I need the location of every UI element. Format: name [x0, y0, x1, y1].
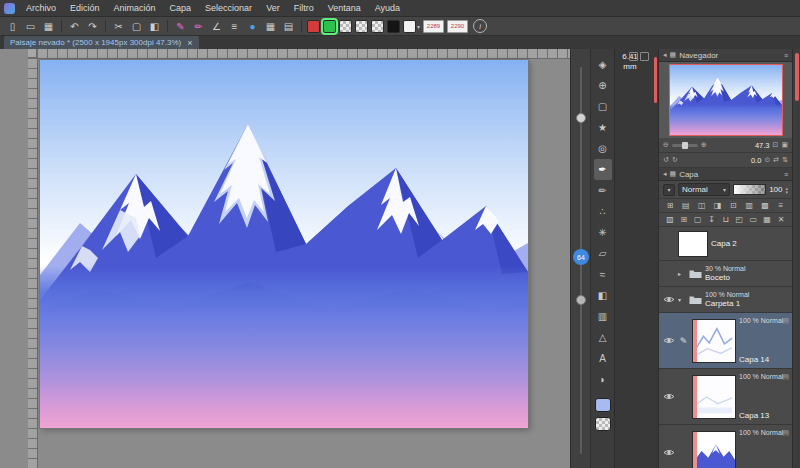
vertical-ruler[interactable]	[28, 58, 38, 468]
pen-tool-icon[interactable]: ✒	[594, 159, 612, 180]
layer-panel-header[interactable]: ◂ ▦ Capa ≡	[659, 168, 792, 181]
list-menu-icon[interactable]: ≡	[775, 201, 787, 210]
eraser-tool-icon[interactable]: ▱	[594, 243, 612, 264]
operation-tool-icon[interactable]: ◈	[594, 54, 612, 75]
set-ruler-icon[interactable]: ▥	[743, 201, 755, 210]
visibility-eye-icon[interactable]	[662, 295, 675, 304]
layer-row-capa-2[interactable]: Capa 2	[659, 227, 792, 261]
undo-icon[interactable]: ↶	[67, 19, 82, 34]
pattern-swatch-2[interactable]	[371, 20, 384, 33]
pen-settings-icon[interactable]: ✎	[173, 19, 188, 34]
text-tool-icon[interactable]: A	[594, 348, 612, 369]
document-tab[interactable]: Paisaje nevado * (2500 x 1945px 300dpi 4…	[4, 36, 199, 49]
zoom-slider[interactable]	[672, 144, 698, 147]
clip-to-below-icon[interactable]: ⊞	[664, 201, 676, 210]
layer-name[interactable]: Carpeta 1	[705, 299, 789, 308]
snap-special-ruler-icon[interactable]: ≡	[227, 19, 242, 34]
brush-opacity-slider-knob[interactable]	[576, 295, 586, 305]
blend-mode-dropdown[interactable]: Normal ▾	[678, 183, 730, 196]
transfer-down-icon[interactable]: ↧	[706, 215, 718, 224]
layer-row-partial[interactable]: 100 % Normal ▤	[659, 425, 792, 468]
layer-thumbnail-empty[interactable]	[678, 231, 708, 257]
panel-dock-icon-a[interactable]	[629, 52, 638, 61]
grid-view-icon[interactable]: ▦	[263, 19, 278, 34]
palette-color-button[interactable]: ▾	[663, 184, 675, 196]
visibility-eye-icon[interactable]	[662, 448, 675, 457]
open-file-icon[interactable]: ▭	[23, 19, 38, 34]
app-logo-icon[interactable]	[4, 3, 15, 14]
color-swatch-transparent[interactable]	[339, 20, 352, 33]
menu-filtro[interactable]: Filtro	[287, 3, 321, 13]
close-tab-icon[interactable]: ×	[187, 38, 192, 48]
material-panel-icon[interactable]: ▤	[281, 19, 296, 34]
airbrush-tool-icon[interactable]: ∴	[594, 201, 612, 222]
horizontal-ruler[interactable]	[37, 49, 570, 59]
layer-handle-icon[interactable]: ▤	[782, 429, 789, 437]
folder-expanded-icon[interactable]: ▾	[678, 296, 686, 303]
redo-icon[interactable]: ↷	[85, 19, 100, 34]
selection-tool-icon[interactable]: ▢	[594, 96, 612, 117]
new-raster-layer-icon[interactable]: ▧	[664, 215, 676, 224]
actual-size-icon[interactable]: ▣	[781, 141, 788, 149]
fill-tool-icon[interactable]: ◧	[594, 285, 612, 306]
collapse-panel-icon[interactable]: ◂	[663, 170, 667, 178]
layer-thumbnail[interactable]	[692, 319, 736, 363]
color-swatch-black[interactable]	[387, 20, 400, 33]
layer-name[interactable]: Capa 2	[711, 239, 789, 248]
coord-field-y[interactable]: 2290	[447, 20, 468, 33]
info-icon[interactable]: i	[473, 19, 487, 33]
zoom-in-icon[interactable]: ⊕	[701, 141, 707, 149]
layer-color-icon[interactable]: ▩	[759, 201, 771, 210]
panel-menu-icon[interactable]: ≡	[784, 52, 788, 59]
flip-vertical-icon[interactable]: ⇅	[782, 156, 788, 164]
swatch-dropdown-icon[interactable]: ▾	[417, 23, 420, 30]
fit-to-screen-icon[interactable]: ⊡	[773, 141, 779, 149]
merge-down-icon[interactable]: ⊔	[720, 215, 732, 224]
new-file-icon[interactable]: ▯	[5, 19, 20, 34]
snap-ruler-icon[interactable]: ∠	[209, 19, 224, 34]
save-file-icon[interactable]: ▦	[41, 19, 56, 34]
menu-archivo[interactable]: Archivo	[19, 3, 63, 13]
menu-edicion[interactable]: Edición	[63, 3, 107, 13]
panel-scrollbar-thumb[interactable]	[795, 53, 799, 101]
pattern-swatch-1[interactable]	[355, 20, 368, 33]
layer-handle-icon[interactable]: ▤	[782, 317, 789, 325]
layer-row-boceto[interactable]: ▸ 30 % Normal Boceto	[659, 261, 792, 287]
layer-name[interactable]: Capa 14	[739, 355, 779, 364]
marker-settings-icon[interactable]: ✏	[191, 19, 206, 34]
menu-animacion[interactable]: Animación	[107, 3, 163, 13]
layer-row-capa-14[interactable]: ✎ 100 % Normal Capa 14 ▤	[659, 313, 792, 369]
panel-scrollbar[interactable]	[792, 49, 800, 468]
decoration-tool-icon[interactable]: ✳	[594, 222, 612, 243]
move-tool-icon[interactable]: ⊕	[594, 75, 612, 96]
layer-name[interactable]: Capa 13	[739, 411, 779, 420]
new-vector-layer-icon[interactable]: ⊞	[678, 215, 690, 224]
balloon-tool-icon[interactable]: ◗	[594, 369, 612, 390]
flip-horizontal-icon[interactable]: ⇄	[773, 156, 779, 164]
coord-field-x[interactable]: 2289	[423, 20, 444, 33]
auto-select-tool-icon[interactable]: ★	[594, 117, 612, 138]
layer-name[interactable]: Boceto	[705, 273, 789, 282]
panel-menu-icon[interactable]: ≡	[784, 171, 788, 178]
layer-row-capa-13[interactable]: 100 % Normal Capa 13 ▤	[659, 369, 792, 425]
rotate-view-icon[interactable]: ●	[245, 19, 260, 34]
navigator-panel-header[interactable]: ◂ ▦ Navegador ≡	[659, 49, 792, 62]
rotate-cw-icon[interactable]: ↻	[672, 156, 678, 164]
artwork-canvas[interactable]	[40, 60, 528, 428]
layer-row-carpeta-1[interactable]: ▾ 100 % Normal Carpeta 1	[659, 287, 792, 313]
color-swatch-green-selected[interactable]	[323, 20, 336, 33]
blend-tool-icon[interactable]: ≈	[594, 264, 612, 285]
gradient-tool-icon[interactable]: ▥	[594, 306, 612, 327]
zoom-slider-knob[interactable]	[682, 142, 688, 149]
dock-scrollbar-thumb[interactable]	[654, 57, 657, 103]
rotate-ccw-icon[interactable]: ↺	[663, 156, 669, 164]
spin-down-icon[interactable]: ▾	[785, 190, 788, 194]
color-swatch-white[interactable]	[403, 20, 416, 33]
opacity-slider[interactable]	[733, 184, 766, 195]
menu-ventana[interactable]: Ventana	[321, 3, 368, 13]
menu-ayuda[interactable]: Ayuda	[368, 3, 407, 13]
new-folder-icon[interactable]: ▢	[692, 215, 704, 224]
color-swatch-red[interactable]	[307, 20, 320, 33]
delete-layer-icon[interactable]: ✕	[775, 215, 787, 224]
navigator-preview[interactable]	[670, 65, 782, 135]
